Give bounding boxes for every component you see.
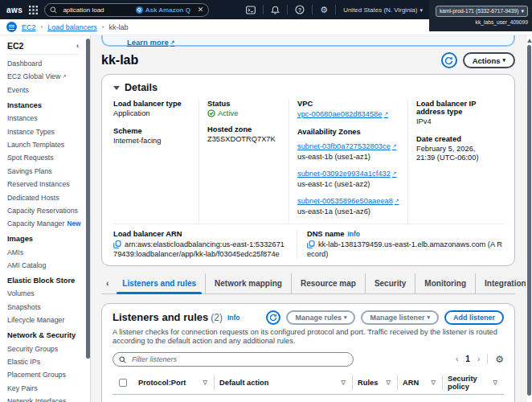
account-menu-button[interactable]: kaml-prod-171 (5332-6717-9439) [436, 6, 528, 17]
page-number[interactable]: 1 [465, 355, 470, 363]
column-header[interactable]: Protocol:Port [138, 379, 186, 387]
field-label: Hosted zone [207, 125, 280, 133]
manage-rules-button[interactable]: Manage rules [286, 310, 355, 325]
sidebar-item-instances[interactable]: Instances [7, 114, 85, 122]
sidebar-scrollbar[interactable] [86, 39, 90, 359]
sidebar-item-capacity-manager[interactable]: Capacity ManagerNew [7, 219, 85, 228]
sort-icon[interactable]: ▽ [432, 379, 437, 386]
sidebar-item-key-pairs[interactable]: Key Pairs [7, 384, 85, 392]
sidebar-item-spot-requests[interactable]: Spot Requests [7, 154, 85, 162]
field-value: Application [113, 109, 190, 119]
subnet-link[interactable]: subnet-00535896e50aaeea8 [297, 197, 393, 205]
tabs-scroll-left-icon[interactable]: ‹ [101, 273, 113, 293]
tab-listeners-and-rules[interactable]: Listeners and rules [113, 273, 205, 293]
scrollbar-thumb[interactable] [527, 45, 531, 396]
column-header[interactable]: Default action [219, 379, 268, 387]
global-search[interactable]: Q Ask Amazon Q ✕ [44, 3, 209, 17]
learn-more-link[interactable]: Learn more [127, 38, 174, 47]
listeners-count: (2) [211, 312, 223, 323]
ask-amazon-q-button[interactable]: Q Ask Amazon Q [136, 6, 190, 14]
column-header[interactable]: ARN [403, 379, 419, 387]
menu-icon[interactable] [6, 22, 17, 32]
sidebar-item-snapshots[interactable]: Snapshots [7, 303, 85, 311]
search-input[interactable] [61, 6, 131, 14]
filter-input[interactable] [130, 355, 347, 364]
sort-icon[interactable]: ▽ [203, 379, 209, 386]
sidebar-item-instance-types[interactable]: Instance Types [7, 128, 85, 136]
az-label: us-east-1b (use1-az1) [297, 153, 399, 161]
clear-search-icon[interactable]: ✕ [198, 6, 204, 14]
copy-icon[interactable] [113, 240, 121, 248]
page-next-icon[interactable]: › [477, 355, 480, 363]
actions-button[interactable]: Actions [463, 52, 515, 68]
sort-icon[interactable]: ▽ [493, 379, 499, 386]
tab-resource-map[interactable]: Resource map [291, 273, 365, 293]
sidebar-item-elastic-ips[interactable]: Elastic IPs [7, 358, 85, 366]
subnet-link[interactable]: subnet-03fb0a727532803ce [297, 142, 391, 150]
help-icon[interactable]: ? [295, 5, 305, 14]
select-all-checkbox[interactable] [119, 379, 127, 387]
services-menu-icon[interactable] [29, 6, 38, 14]
sidebar-item-events[interactable]: Events [7, 86, 85, 94]
sidebar-item-capacity-reservations[interactable]: Capacity Reservations [7, 207, 85, 215]
sidebar-item-placement-groups[interactable]: Placement Groups [7, 371, 85, 379]
tab-security[interactable]: Security [365, 273, 415, 293]
filter-listeners-input[interactable] [113, 352, 354, 367]
sidebar-item-dashboard[interactable]: Dashboard [7, 59, 85, 68]
cloudshell-icon[interactable] [246, 6, 256, 14]
breadcrumb-ec2[interactable]: EC2 [22, 23, 36, 31]
field-label: Load balancer IP address type [416, 100, 495, 116]
breadcrumb-load-balancers[interactable]: Load balancers [47, 23, 97, 31]
copy-icon[interactable] [307, 240, 315, 248]
refresh-button[interactable] [441, 52, 457, 68]
sidebar-item-savings-plans[interactable]: Savings Plans [7, 167, 85, 175]
add-listener-button[interactable]: Add listener [444, 310, 504, 325]
sort-icon[interactable]: ▽ [342, 379, 347, 386]
manage-listener-button[interactable]: Manage listener [361, 310, 439, 325]
collapse-sidebar-icon[interactable]: ‹ [76, 42, 79, 50]
page-scrollbar[interactable] [526, 35, 532, 402]
sidebar-item-launch-templates[interactable]: Launch Templates [7, 141, 85, 149]
az-label: us-east-1a (use1-az6) [297, 207, 399, 215]
column-header[interactable]: Rules [358, 379, 378, 387]
sidebar-item-ec2-global-view[interactable]: EC2 Global View [7, 72, 85, 80]
field-label: Load balancer type [113, 100, 190, 108]
sidebar-item-security-groups[interactable]: Security Groups [7, 345, 85, 353]
divider [487, 354, 488, 364]
settings-gear-icon[interactable]: ⚙ [320, 6, 328, 14]
tab-network-mapping[interactable]: Network mapping [205, 273, 291, 293]
info-link[interactable]: Info [347, 230, 360, 238]
sort-icon[interactable]: ▽ [387, 379, 392, 386]
field-label: Date created [416, 135, 495, 143]
notifications-bell-icon[interactable] [271, 6, 280, 14]
details-header: Details [125, 82, 158, 93]
scroll-up-icon[interactable] [527, 39, 532, 43]
tab-monitoring[interactable]: Monitoring [415, 273, 475, 293]
sidebar-item-dedicated-hosts[interactable]: Dedicated Hosts [7, 194, 85, 202]
column-header[interactable]: Security policy [448, 375, 493, 391]
breadcrumb-current: kk-lab [108, 23, 128, 31]
page-prev-icon[interactable]: ‹ [456, 355, 458, 363]
refresh-listeners-button[interactable] [266, 310, 280, 325]
listeners-description: A listener checks for connection request… [113, 328, 504, 347]
expand-section-icon[interactable] [113, 86, 120, 90]
table-settings-gear-icon[interactable]: ⚙ [495, 355, 504, 364]
tab-integrations[interactable]: Integrations [475, 273, 526, 293]
listeners-table: Protocol:Port▽ Default action▽ Rules▽ AR… [113, 372, 504, 402]
field-label: Status [207, 100, 280, 108]
field-value: IPv4 [416, 117, 495, 127]
region-selector[interactable]: United States (N. Virginia) [343, 6, 423, 14]
subnet-link[interactable]: subnet-03092e9934a1cf432 [297, 170, 391, 178]
sidebar-item-network-interfaces[interactable]: Network Interfaces [7, 397, 85, 402]
sidebar-item-volumes[interactable]: Volumes [7, 289, 85, 297]
field-label: DNS name [307, 230, 345, 238]
sidebar-item-lifecycle-manager[interactable]: Lifecycle Manager [7, 316, 85, 324]
field-value: Z35SXDOTRQ7X7K [207, 135, 280, 145]
vpc-link[interactable]: vpc-00680ae082d83458e [297, 110, 382, 118]
sidebar-item-ami-catalog[interactable]: AMI Catalog [7, 261, 85, 269]
aws-logo[interactable]: aws [6, 6, 23, 14]
sidebar-item-reserved-instances[interactable]: Reserved Instances [7, 180, 85, 188]
details-panel: Details Load balancer type Application S… [101, 74, 515, 266]
sidebar-item-amis[interactable]: AMIs [7, 248, 85, 256]
info-link[interactable]: Info [227, 314, 240, 322]
